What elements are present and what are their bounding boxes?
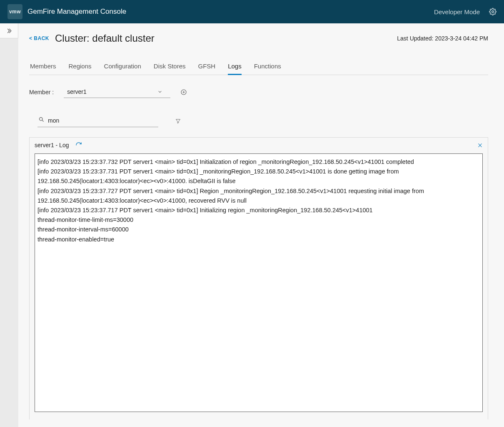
close-icon[interactable] [477, 143, 483, 148]
tab-configuration[interactable]: Configuration [104, 59, 141, 75]
tab-members[interactable]: Members [30, 59, 56, 75]
tab-diskstores[interactable]: Disk Stores [154, 59, 186, 75]
page-title: Cluster: default cluster [55, 33, 155, 44]
expand-sidebar-button[interactable] [0, 23, 18, 38]
main-content: < BACK Cluster: default cluster Last Upd… [18, 23, 504, 427]
tab-functions[interactable]: Functions [254, 59, 281, 75]
svg-point-2 [40, 118, 43, 121]
brand-badge: vmw [7, 4, 22, 19]
search-input[interactable] [48, 117, 157, 124]
gear-icon[interactable] [489, 8, 497, 15]
app-title: GemFire Management Console [27, 8, 126, 16]
last-updated-label: Last Updated: 2023-3-24 04:42 PM [397, 35, 488, 42]
top-bar: vmw GemFire Management Console Developer… [0, 0, 504, 23]
log-panel: server1 - Log [info 2023/03/23 15:23:37.… [29, 137, 488, 419]
back-link[interactable]: < BACK [29, 35, 49, 41]
tab-gfsh[interactable]: GFSH [198, 59, 215, 75]
tab-logs[interactable]: Logs [228, 59, 242, 75]
svg-point-0 [492, 11, 494, 13]
tab-regions[interactable]: Regions [69, 59, 92, 75]
member-select-value: server1 [67, 88, 87, 95]
refresh-icon[interactable] [75, 142, 82, 148]
search-field[interactable] [37, 115, 158, 127]
tabs: Members Regions Configuration Disk Store… [29, 59, 488, 75]
search-icon [38, 116, 45, 124]
member-select[interactable]: server1 [64, 86, 170, 98]
log-scroll[interactable]: [info 2023/03/23 15:23:37.732 PDT server… [35, 153, 483, 414]
member-label: Member : [29, 89, 54, 95]
chevron-down-icon [158, 88, 162, 95]
filter-icon[interactable] [175, 118, 181, 124]
log-panel-title: server1 - Log [35, 142, 69, 148]
add-circle-icon[interactable] [180, 89, 187, 95]
developer-mode-link[interactable]: Developer Mode [434, 8, 480, 15]
log-output: [info 2023/03/23 15:23:37.732 PDT server… [35, 153, 483, 412]
